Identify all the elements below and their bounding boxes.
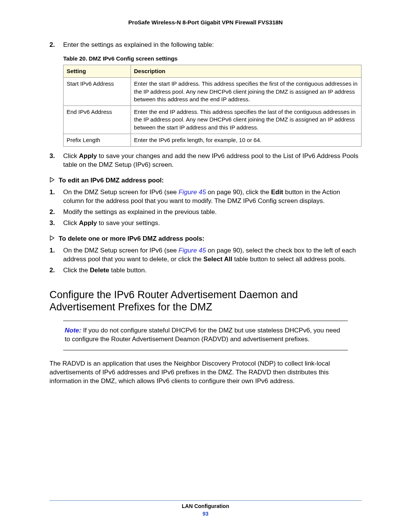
step-text: Enter the settings as explained in the f… xyxy=(63,41,214,48)
apply-label: Apply xyxy=(79,152,97,160)
step-number: 2. xyxy=(49,208,55,217)
step-text: Click the Delete table button. xyxy=(63,267,147,274)
cell-setting: Start IPv6 Address xyxy=(64,78,131,106)
cell-setting: End IPv6 Address xyxy=(64,106,131,134)
svg-marker-1 xyxy=(50,236,54,240)
del-step-1: 1. On the DMZ Setup screen for IPv6 (see… xyxy=(63,246,362,264)
note-label: Note: xyxy=(65,327,81,334)
step-number: 3. xyxy=(49,219,55,228)
step-2: 2. Enter the settings as explained in th… xyxy=(63,41,362,50)
section-heading: Configure the IPv6 Router Advertisement … xyxy=(49,289,362,313)
step-number: 3. xyxy=(49,152,55,161)
chevron-right-icon xyxy=(49,235,55,241)
cell-description: Enter the start IP address. This address… xyxy=(131,78,362,106)
edit-step-3: 3. Click Apply to save your settings. xyxy=(63,219,362,228)
table-caption: Table 20. DMZ IPv6 Config screen setting… xyxy=(63,55,362,62)
step-text: On the DMZ Setup screen for IPv6 (see Fi… xyxy=(63,247,356,263)
page-footer: LAN Configuration 93 xyxy=(49,500,362,517)
cell-setting: Prefix Length xyxy=(64,134,131,146)
table-row: End IPv6 Address Enter the end IP addres… xyxy=(64,106,362,134)
figure-link[interactable]: Figure 45 xyxy=(178,189,206,196)
paragraph: The RADVD is an application that uses th… xyxy=(49,359,362,386)
running-title: ProSafe Wireless-N 8-Port Gigabit VPN Fi… xyxy=(49,19,362,26)
edit-label: Edit xyxy=(271,189,283,196)
footer-section: LAN Configuration xyxy=(49,503,362,509)
step-text: On the DMZ Setup screen for IPv6 (see Fi… xyxy=(63,189,340,204)
note-box: Note: If you do not configure stateful D… xyxy=(63,321,348,350)
task-heading-delete: To delete one or more IPv6 DMZ address p… xyxy=(49,235,362,243)
settings-table: Setting Description Start IPv6 Address E… xyxy=(63,65,362,147)
svg-marker-0 xyxy=(50,177,54,182)
step-text: Click Apply to save your changes and add… xyxy=(63,152,358,168)
table-header-row: Setting Description xyxy=(64,65,362,78)
apply-label: Apply xyxy=(79,219,97,227)
del-step-2: 2. Click the Delete table button. xyxy=(63,266,362,275)
cell-description: Enter the IPv6 prefix length, for exampl… xyxy=(131,134,362,146)
chevron-right-icon xyxy=(49,177,55,182)
select-all-label: Select All xyxy=(204,256,233,263)
task-heading-edit: To edit an IPv6 DMZ address pool: xyxy=(49,176,362,185)
th-description: Description xyxy=(131,65,362,78)
table-row: Start IPv6 Address Enter the start IP ad… xyxy=(64,78,362,106)
figure-link[interactable]: Figure 45 xyxy=(178,247,206,254)
edit-step-2: 2. Modify the settings as explained in t… xyxy=(63,208,362,217)
step-3: 3. Click Apply to save your changes and … xyxy=(63,152,362,169)
th-setting: Setting xyxy=(64,65,131,78)
note-body: If you do not configure stateful DHCPv6 … xyxy=(65,327,340,343)
edit-step-1: 1. On the DMZ Setup screen for IPv6 (see… xyxy=(63,188,362,206)
step-number: 1. xyxy=(49,246,55,255)
page: ProSafe Wireless-N 8-Port Gigabit VPN Fi… xyxy=(0,0,411,532)
table-row: Prefix Length Enter the IPv6 prefix leng… xyxy=(64,134,362,146)
step-text: Modify the settings as explained in the … xyxy=(63,208,217,216)
step-number: 1. xyxy=(49,188,55,197)
body-content: 2. Enter the settings as explained in th… xyxy=(49,41,362,386)
cell-description: Enter the end IP address. This address s… xyxy=(131,106,362,134)
step-number: 2. xyxy=(49,266,55,275)
step-text: Click Apply to save your settings. xyxy=(63,219,160,227)
page-number: 93 xyxy=(49,511,362,517)
delete-label: Delete xyxy=(90,267,109,274)
step-number: 2. xyxy=(49,41,55,50)
